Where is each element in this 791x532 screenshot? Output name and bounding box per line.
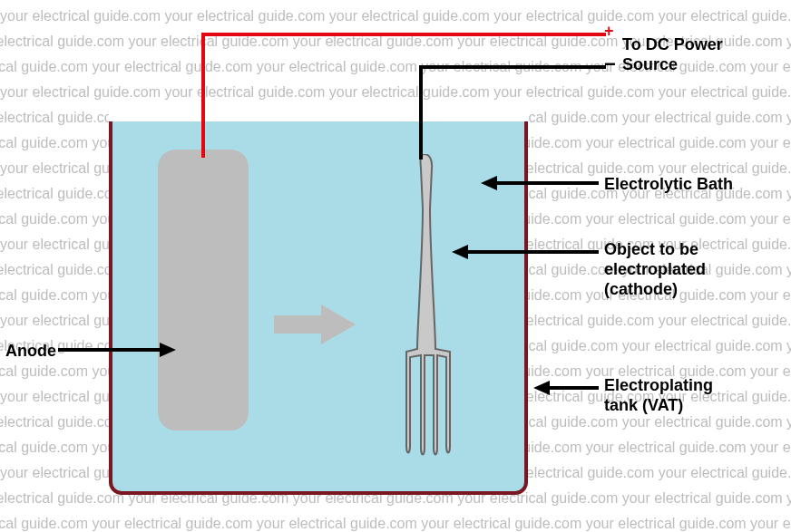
tank-pointer-arrow-icon xyxy=(533,379,599,397)
negative-terminal-symbol: − xyxy=(604,53,616,76)
negative-wire-vertical xyxy=(419,65,423,160)
object-line3: (cathode) xyxy=(604,279,706,299)
electrolytic-bath-label: Electrolytic Bath xyxy=(604,174,733,194)
positive-wire-vertical xyxy=(201,33,205,158)
tank-label: Electroplating tank (VAT) xyxy=(604,375,713,415)
anode-plate-icon xyxy=(158,150,249,430)
power-source-label: To DC PowerSource xyxy=(622,34,723,74)
positive-terminal-symbol: + xyxy=(604,22,614,41)
tank-line2: tank (VAT) xyxy=(604,395,713,415)
ion-flow-arrow-icon xyxy=(274,305,356,344)
object-line2: electroplated xyxy=(604,259,706,279)
cathode-object-label: Object to be electroplated (cathode) xyxy=(604,239,706,299)
svg-marker-5 xyxy=(452,245,468,259)
negative-wire-horizontal xyxy=(419,65,606,69)
svg-marker-7 xyxy=(533,381,550,395)
power-line1: To DC PowerSource xyxy=(622,34,723,74)
tank-line1: Electroplating xyxy=(604,375,713,395)
object-line1: Object to be xyxy=(604,239,706,259)
cathode-pointer-arrow-icon xyxy=(452,243,599,261)
anode-pointer-arrow-icon xyxy=(58,341,176,359)
bath-pointer-arrow-icon xyxy=(481,174,599,192)
fork-icon xyxy=(390,154,463,462)
svg-marker-1 xyxy=(160,343,176,357)
anode-label: Anode xyxy=(5,341,56,361)
svg-marker-3 xyxy=(481,176,497,190)
positive-wire-horizontal xyxy=(201,33,606,36)
diagram-stage: + − To DC PowerSource Electrolytic Bath … xyxy=(0,0,791,532)
